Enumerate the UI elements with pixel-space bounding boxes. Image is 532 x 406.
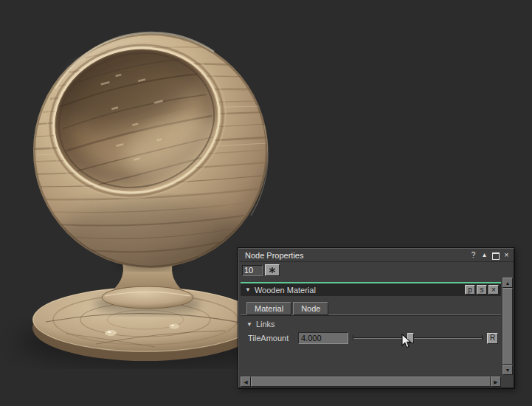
horizontal-scrollbar[interactable]: ◀ ▶: [241, 376, 501, 387]
collapse-arrow-icon[interactable]: ▼: [245, 286, 251, 293]
links-title: Links: [256, 320, 275, 328]
vertical-scroll-thumb[interactable]: [502, 288, 513, 365]
keyframe-button[interactable]: [265, 264, 280, 276]
tileamount-row: TileAmount R: [241, 330, 501, 344]
ppg-area: ▼ Wooden Material p s × Material Node ▼ …: [240, 278, 513, 387]
reset-button[interactable]: R: [487, 333, 498, 344]
scroll-up-icon[interactable]: ▲: [502, 278, 513, 288]
links-collapse-arrow-icon[interactable]: ▼: [246, 321, 252, 328]
panel-titlebar[interactable]: Node Properties ? ▲ ×: [239, 249, 514, 262]
window-glyph: [492, 252, 500, 260]
titlebar-icons: ? ▲ ×: [469, 251, 511, 260]
save-preset-button[interactable]: s: [477, 285, 487, 295]
scrollbar-corner: [502, 376, 513, 387]
tab-node[interactable]: Node: [293, 302, 328, 315]
scroll-left-icon[interactable]: ◀: [241, 376, 251, 387]
ppg-content: ▼ Wooden Material p s × Material Node ▼ …: [241, 278, 501, 375]
tab-bar: Material Node: [241, 296, 501, 315]
node-properties-panel: Node Properties ? ▲ × ▼ Wooden Material …: [238, 248, 514, 388]
node-title: Wooden Material: [255, 286, 463, 295]
links-section-header[interactable]: ▼ Links: [241, 315, 501, 330]
preset-button[interactable]: p: [465, 285, 475, 295]
tileamount-label: TileAmount: [248, 334, 295, 343]
rollup-icon[interactable]: ▲: [480, 251, 488, 260]
help-icon[interactable]: ?: [469, 251, 477, 260]
ppg-toolbar: [239, 262, 514, 278]
slider-handle[interactable]: [407, 333, 414, 343]
tab-material[interactable]: Material: [246, 302, 291, 315]
vertical-scrollbar[interactable]: ▲ ▼: [502, 278, 513, 375]
asterisk-icon: [269, 266, 276, 274]
update-value-input[interactable]: [242, 265, 263, 276]
tileamount-slider[interactable]: [353, 332, 483, 344]
slider-track[interactable]: [353, 337, 483, 339]
panel-title: Node Properties: [245, 251, 469, 260]
tileamount-input[interactable]: [298, 332, 348, 344]
close-node-button[interactable]: ×: [488, 285, 499, 295]
scroll-down-icon[interactable]: ▼: [502, 365, 513, 375]
scroll-right-icon[interactable]: ▶: [491, 376, 501, 387]
float-window-icon[interactable]: [491, 251, 500, 260]
close-icon[interactable]: ×: [502, 251, 511, 260]
node-header[interactable]: ▼ Wooden Material p s ×: [241, 282, 501, 296]
horizontal-scroll-thumb[interactable]: [251, 376, 491, 387]
